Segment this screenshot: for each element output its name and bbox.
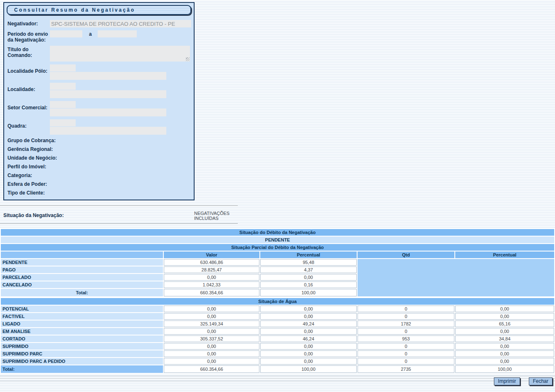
column-header-row: Valor Percentual Qtd Percentual (1, 251, 554, 258)
percentual-cell: 0,00 (260, 328, 357, 335)
valor-cell: 0,00 (164, 350, 259, 357)
percentual-cell: 0,00 (260, 274, 357, 281)
qtd_percentual-cell: 0,00 (455, 328, 554, 335)
field-negativador: Negativador: SPC-SISTEMA DE PROTECAO AO … (7, 20, 191, 27)
qtd-cell: 0 (358, 328, 454, 335)
setor-comercial-label: Setor Comercial: (7, 101, 50, 116)
quadra-label: Quadra: (7, 119, 50, 135)
fechar-button[interactable]: Fechar (529, 377, 553, 385)
form-title: Consultar Resumo da Negativação (7, 5, 191, 15)
debt-table-title-row: Situação do Débito da Negativação (1, 229, 554, 236)
qtd-cell: 0 (358, 358, 454, 365)
separator-line (0, 205, 238, 206)
localidade-inputs (50, 83, 166, 98)
field-localidade: Localidade: (7, 83, 191, 98)
setor-comercial-name-input[interactable] (50, 108, 166, 116)
percentual-cell: 49,24 (260, 321, 357, 327)
qtd_percentual-cell: 0,00 (455, 306, 554, 312)
qtd_percentual-cell: 34,84 (455, 335, 554, 342)
debt-status: PENDENTE (1, 237, 554, 243)
qtd-cell: 0 (358, 306, 454, 312)
localidade-polo-inputs (50, 64, 166, 80)
quadra-code-input[interactable] (50, 119, 76, 126)
water-total-row: Total: 660.354,66 100,00 2735 100,00 (1, 365, 554, 373)
situacao-label: Situação da Negativação: (0, 209, 194, 221)
localidade-polo-name-input[interactable] (50, 72, 166, 80)
valor-cell: 0,00 (164, 274, 259, 281)
debt-total-valor: 660.354,66 (164, 289, 259, 296)
water-total-qtd-percentual: 100,00 (455, 365, 554, 373)
row-label-cell: FACTIVEL (1, 313, 163, 320)
periodo-label: Período do envio da Negativação: (7, 30, 50, 43)
periodo-from-input[interactable] (50, 30, 82, 37)
field-titulo-comando: Título do Comando: (7, 46, 191, 62)
separator-line (0, 223, 238, 224)
table-row: SUPRIMIDO0,000,0000,00 (1, 343, 554, 350)
table-row: PENDENTE630.486,8695,48 (1, 259, 554, 266)
row-label-cell: EM ANALISE (1, 328, 163, 335)
field-quadra: Quadra: (7, 119, 191, 135)
field-periodo: Período do envio da Negativação: a (7, 30, 191, 43)
perfil-imovel-label: Perfil do Imóvel: (7, 164, 74, 170)
row-label-cell: PAGO (1, 266, 163, 273)
valor-cell: 0,00 (164, 343, 259, 350)
water-table: Situação de Água POTENCIAL0,000,0000,00F… (0, 297, 555, 374)
debt-status-row: PENDENTE (1, 237, 554, 243)
titulo-comando-textarea[interactable] (50, 46, 190, 62)
qtd_percentual-cell: 0,00 (455, 350, 554, 357)
percentual-cell: 0,00 (260, 343, 357, 350)
tipo-cliente-label: Tipo de Cliente: (7, 190, 74, 196)
empty-column-header (1, 251, 163, 258)
consult-form: Consultar Resumo da Negativação Negativa… (3, 2, 195, 200)
field-setor-comercial: Setor Comercial: (7, 101, 191, 116)
qtd-cell: 0 (358, 313, 454, 320)
qtd-column-header: Qtd (358, 251, 454, 258)
esfera-poder-label: Esfera de Poder: (7, 181, 74, 187)
setor-comercial-code-input[interactable] (50, 101, 76, 108)
valor-cell: 28.825,47 (164, 266, 259, 273)
partial-title: Situação Parcial do Débito da Negativaçã… (1, 244, 554, 251)
periodo-separator: a (89, 31, 92, 43)
debt-table-title: Situação do Débito da Negativação (1, 229, 554, 236)
qtd_percentual-cell: 65,16 (455, 321, 554, 327)
partial-title-row: Situação Parcial do Débito da Negativaçã… (1, 244, 554, 251)
qtd-cell: 1782 (358, 321, 454, 327)
footer-line (0, 376, 555, 376)
negativador-input[interactable]: SPC-SISTEMA DE PROTECAO AO CREDITO - PE (50, 20, 191, 27)
footer-line (0, 381, 555, 381)
quadra-name-input[interactable] (50, 127, 166, 135)
field-localidade-polo: Localidade Pólo: (7, 64, 191, 80)
qtd_percentual-cell: 0,00 (455, 343, 554, 350)
imprimir-button[interactable]: Imprimir (494, 377, 520, 385)
table-row: POTENCIAL0,000,0000,00 (1, 306, 554, 312)
debt-table: Situação do Débito da Negativação PENDEN… (0, 228, 555, 297)
valor-cell: 0,00 (164, 306, 259, 312)
table-row: SUPRIMIDO PARC A PEDIDO0,000,0000,00 (1, 358, 554, 365)
table-row: CORTADO305.337,5246,2495334,84 (1, 335, 554, 342)
qtd-cell: 953 (358, 335, 454, 342)
table-row: LIGADO325.149,3449,24178265,16 (1, 321, 554, 327)
periodo-to-input[interactable] (98, 30, 137, 37)
valor-cell: 305.337,52 (164, 335, 259, 342)
grupo-cobranca-label: Grupo de Cobrança: (7, 138, 57, 144)
qtd-cell: 0 (358, 343, 454, 350)
percentual-cell: 0,00 (260, 313, 357, 320)
table-row: FACTIVEL0,000,0000,00 (1, 313, 554, 320)
valor-cell: 630.486,86 (164, 259, 259, 266)
localidade-polo-label: Localidade Pólo: (7, 64, 50, 80)
percentual-cell: 4,37 (260, 266, 357, 273)
percentual-cell: 0,00 (260, 350, 357, 357)
water-total-label: Total: (1, 365, 163, 373)
debt-total-percentual: 100,00 (260, 289, 357, 296)
localidade-code-input[interactable] (50, 83, 76, 90)
localidade-name-input[interactable] (50, 90, 166, 98)
row-label-cell: PENDENTE (1, 259, 163, 266)
footer-line (0, 378, 555, 379)
row-label-cell: CORTADO (1, 335, 163, 342)
percentual-cell: 0,00 (260, 306, 357, 312)
water-table-title: Situação de Água (1, 298, 554, 305)
localidade-polo-code-input[interactable] (50, 64, 76, 71)
valor-cell: 0,00 (164, 328, 259, 335)
percentual-cell: 46,24 (260, 335, 357, 342)
water-table-title-row: Situação de Água (1, 298, 554, 305)
